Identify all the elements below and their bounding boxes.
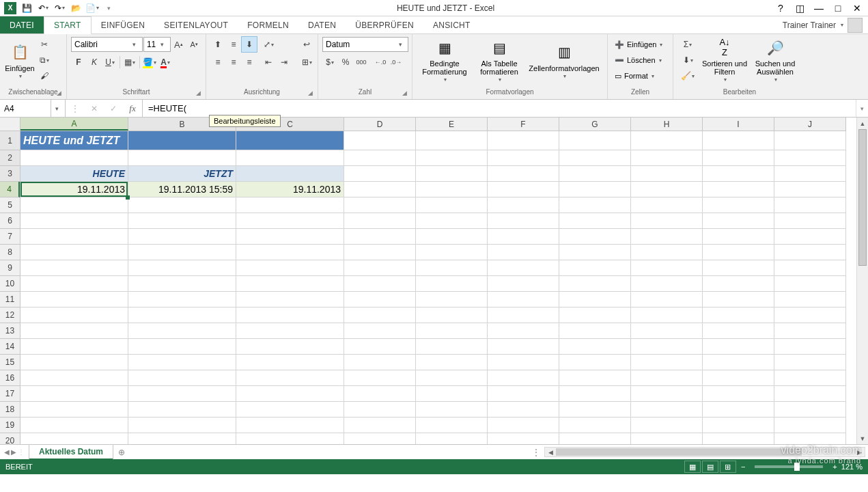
align-bottom-icon[interactable]: ⬇ <box>242 37 257 52</box>
increase-decimal-icon[interactable]: ←.0 <box>373 55 388 70</box>
tab-split-handle[interactable]: ⋮ <box>532 448 540 457</box>
clear-icon[interactable]: 🧹▾ <box>677 68 698 83</box>
copy-icon[interactable]: ⧉▾ <box>37 53 52 68</box>
open-icon[interactable]: 📂 <box>68 1 83 16</box>
window-title: HEUTE und JETZT - Excel <box>119 3 772 13</box>
scroll-right-icon[interactable]: ▶ <box>854 448 865 456</box>
close-icon[interactable]: ✕ <box>849 1 865 15</box>
name-box[interactable] <box>0 100 51 117</box>
cancel-formula-icon[interactable]: ✕ <box>85 100 104 117</box>
increase-indent-icon[interactable]: ⇥ <box>277 55 292 70</box>
paste-button[interactable]: 📋 Einfügen ▾ <box>3 36 37 85</box>
decrease-decimal-icon[interactable]: .0→ <box>389 55 404 70</box>
shrink-font-icon[interactable]: A▾ <box>186 37 201 52</box>
percent-format-icon[interactable]: % <box>338 55 353 70</box>
tab-ueberpruefen[interactable]: ÜBERPRÜFEN <box>346 16 423 33</box>
underline-button[interactable]: U▾ <box>102 55 117 70</box>
align-left-icon[interactable]: ≡ <box>210 55 225 70</box>
row-headers[interactable]: 1234567891011121314151617181920 <box>0 131 20 444</box>
vertical-scrollbar[interactable]: ▲ ▼ <box>856 118 868 444</box>
view-page-layout-icon[interactable]: ▤ <box>702 461 718 473</box>
save-icon[interactable]: 💾 <box>19 1 34 16</box>
account-name[interactable]: Trainer Trainer <box>783 20 836 30</box>
align-center-icon[interactable]: ≡ <box>226 55 241 70</box>
cut-icon[interactable]: ✂ <box>37 37 52 52</box>
font-color-button[interactable]: A▾ <box>158 55 173 70</box>
conditional-formatting-button[interactable]: ▦ Bedingte Formatierung▾ <box>415 36 474 85</box>
fill-icon[interactable]: ⬇▾ <box>677 53 698 68</box>
ausrichtung-launcher-icon[interactable]: ◢ <box>305 90 315 99</box>
grid[interactable]: HEUTE und JETZTHEUTEJETZT19.11.201319.11… <box>20 131 856 444</box>
number-format-combo[interactable]: Datum▾ <box>322 37 408 52</box>
fill-color-button[interactable]: 🪣▾ <box>142 55 157 70</box>
tab-seitenlayout[interactable]: SEITENLAYOUT <box>154 16 238 33</box>
insert-function-icon[interactable]: fx <box>123 100 142 117</box>
align-right-icon[interactable]: ≡ <box>242 55 257 70</box>
scroll-up-icon[interactable]: ▲ <box>857 118 868 129</box>
scroll-left-icon[interactable]: ◀ <box>545 448 556 456</box>
namebox-dropdown-icon[interactable]: ▾ <box>51 100 63 117</box>
excel-icon[interactable]: X <box>3 1 18 16</box>
formula-bar-expand-icon[interactable]: ▾ <box>856 100 868 117</box>
tab-start[interactable]: START <box>44 16 92 34</box>
font-family-combo[interactable]: Calibri▾ <box>71 37 143 52</box>
format-cells-button[interactable]: ▭Format▾ <box>612 68 665 83</box>
border-button[interactable]: ▦▾ <box>122 55 137 70</box>
view-normal-icon[interactable]: ▦ <box>684 461 701 473</box>
new-sheet-icon[interactable]: ⊕ <box>113 445 130 459</box>
tab-scroll-first-icon[interactable]: ◀ <box>4 448 10 456</box>
group-schriftart-label: Schriftart <box>122 88 150 96</box>
view-page-break-icon[interactable]: ⊞ <box>720 461 736 473</box>
orientation-icon[interactable]: ⤢▾ <box>261 37 276 52</box>
help-icon[interactable]: ? <box>772 1 789 15</box>
zoom-level[interactable]: 121 % <box>841 463 863 471</box>
tab-einfuegen[interactable]: EINFÜGEN <box>92 16 154 33</box>
sheet-tab-active[interactable]: Aktuelles Datum <box>29 445 113 460</box>
tab-datei[interactable]: DATEI <box>0 16 44 33</box>
zoom-slider[interactable] <box>755 465 823 468</box>
delete-cells-button[interactable]: ➖Löschen▾ <box>612 53 665 68</box>
find-select-button[interactable]: 🔎 Suchen und Auswählen▾ <box>750 36 800 85</box>
new-icon[interactable]: 📄▾ <box>85 1 100 16</box>
scroll-down-icon[interactable]: ▼ <box>857 433 868 444</box>
italic-button[interactable]: K <box>87 55 102 70</box>
minimize-icon[interactable]: — <box>811 1 827 15</box>
decrease-indent-icon[interactable]: ⇤ <box>261 55 276 70</box>
ribbon-display-icon[interactable]: ◫ <box>792 1 808 15</box>
redo-icon[interactable]: ↷▾ <box>52 1 67 16</box>
font-size-combo[interactable]: 11▾ <box>143 37 171 52</box>
grow-font-icon[interactable]: A▴ <box>171 37 186 52</box>
zoom-out-icon[interactable]: − <box>741 463 745 471</box>
tab-formeln[interactable]: FORMELN <box>238 16 298 33</box>
column-headers[interactable]: ABCDEFGHIJ <box>20 118 846 131</box>
undo-icon[interactable]: ↶▾ <box>36 1 51 16</box>
tab-ansicht[interactable]: ANSICHT <box>423 16 480 33</box>
autosum-icon[interactable]: Σ▾ <box>677 37 698 52</box>
align-middle-icon[interactable]: ≡ <box>226 37 241 52</box>
align-top-icon[interactable]: ⬆ <box>210 37 225 52</box>
tab-daten[interactable]: DATEN <box>298 16 346 33</box>
merge-button[interactable]: ⊞▾ <box>297 55 316 70</box>
format-as-table-button[interactable]: ▤ Als Tabelle formatieren▾ <box>474 36 524 85</box>
enter-formula-icon[interactable]: ✓ <box>104 100 123 117</box>
zwischenablage-launcher-icon[interactable]: ◢ <box>54 90 64 99</box>
bold-button[interactable]: F <box>71 55 86 70</box>
select-all-corner[interactable] <box>0 118 20 131</box>
group-formatvorlagen-label: Formatvorlagen <box>486 88 533 96</box>
avatar[interactable] <box>848 18 863 33</box>
tab-scroll-next-icon[interactable]: ▶ <box>11 448 16 456</box>
comma-format-icon[interactable]: 000 <box>354 55 369 70</box>
insert-cells-button[interactable]: ➕Einfügen▾ <box>612 37 665 52</box>
group-bearbeiten-label: Bearbeiten <box>723 88 756 96</box>
sort-filter-button[interactable]: A↓Z Sortieren und Filtern▾ <box>699 36 750 85</box>
format-painter-icon[interactable]: 🖌 <box>37 68 52 83</box>
cell-styles-button[interactable]: ▥ Zellenformatvorlagen▾ <box>524 36 604 85</box>
maximize-icon[interactable]: □ <box>830 1 846 15</box>
schriftart-launcher-icon[interactable]: ◢ <box>193 90 203 99</box>
zahl-launcher-icon[interactable]: ◢ <box>400 90 409 99</box>
wrap-text-button[interactable]: ↩ <box>297 37 316 52</box>
qat-customize-icon[interactable]: ▾ <box>101 1 116 16</box>
accounting-format-icon[interactable]: $▾ <box>322 55 337 70</box>
zoom-in-icon[interactable]: + <box>832 463 837 471</box>
horizontal-scrollbar[interactable]: ◀ ▶ <box>544 447 865 457</box>
